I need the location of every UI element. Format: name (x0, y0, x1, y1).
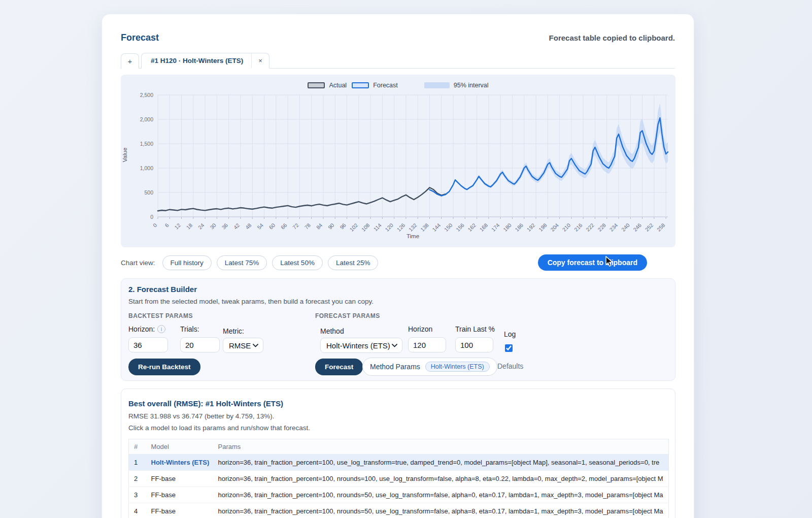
svg-text:54: 54 (256, 222, 264, 231)
axis-tick-labels: 05001,0001,5002,0002,5000612182430364248… (140, 92, 666, 233)
table-header-row: # Model Params (129, 439, 669, 455)
forecast-line-chart: 05001,0001,5002,0002,5000612182430364248… (121, 75, 675, 247)
svg-text:216: 216 (573, 222, 584, 233)
svg-text:108: 108 (360, 222, 371, 233)
info-icon[interactable]: i (157, 325, 165, 333)
svg-text:72: 72 (291, 222, 300, 231)
table-row-ff-base-4[interactable]: 4 FF-base horizon=36, train_fraction_per… (129, 503, 669, 518)
svg-text:30: 30 (209, 222, 217, 231)
svg-text:120: 120 (384, 222, 394, 233)
backtest-params-label: BACKTEST PARAMS (128, 312, 193, 319)
col-params: Params (213, 439, 669, 455)
svg-text:192: 192 (526, 222, 536, 233)
svg-text:168: 168 (478, 222, 489, 233)
results-panel: Best overall (RMSE): #1 Holt-Winters (ET… (121, 388, 675, 518)
method-badge: Holt-Winters (ETS) (425, 362, 490, 372)
page-title: Forecast (121, 33, 159, 43)
table-row-ff-base-3[interactable]: 3 FF-base horizon=36, train_fraction_per… (129, 487, 669, 503)
defaults-link[interactable]: Defaults (497, 362, 523, 370)
svg-text:2,500: 2,500 (140, 92, 153, 98)
clipboard-status-message: Forecast table copied to clipboard. (549, 34, 675, 42)
svg-text:234: 234 (608, 222, 619, 233)
svg-text:180: 180 (502, 222, 513, 233)
models-table: # Model Params 1 Holt-Winters (ETS) hori… (128, 439, 669, 518)
method-label: Method (320, 327, 344, 335)
svg-text:60: 60 (267, 222, 276, 231)
forecast-swatch-icon (352, 82, 369, 88)
forecast-button[interactable]: Forecast (315, 359, 363, 375)
actual-line (158, 187, 446, 211)
svg-text:78: 78 (303, 222, 312, 231)
svg-text:42: 42 (232, 222, 241, 231)
legend-item-actual: Actual (308, 82, 347, 89)
forecast-horizon-input[interactable] (408, 337, 446, 352)
svg-text:0: 0 (150, 214, 153, 220)
tab-forecast-run-1[interactable]: #1 H120 · Holt-Winters (ETS) × (141, 53, 269, 69)
model-link[interactable]: FF-base (146, 471, 213, 487)
table-row-holt-winters[interactable]: 1 Holt-Winters (ETS) horizon=36, train_f… (129, 455, 669, 471)
chart-legend: Actual Forecast 95% interval (121, 82, 675, 89)
svg-text:0: 0 (152, 222, 158, 229)
svg-text:1,000: 1,000 (140, 165, 153, 171)
svg-text:174: 174 (490, 222, 501, 233)
view-latest-25-button[interactable]: Latest 25% (328, 255, 379, 270)
svg-text:156: 156 (455, 222, 465, 233)
backtest-horizon-label: Horizon: i (128, 325, 165, 333)
svg-text:12: 12 (173, 222, 182, 231)
svg-text:6: 6 (163, 222, 170, 229)
svg-text:1,500: 1,500 (140, 141, 153, 147)
actual-swatch-icon (308, 82, 325, 88)
model-link[interactable]: FF-base (146, 487, 213, 503)
svg-text:36: 36 (220, 222, 229, 231)
tab-label: #1 H120 · Holt-Winters (ETS) (142, 57, 251, 64)
view-full-history-button[interactable]: Full history (162, 255, 212, 270)
tab-close-icon[interactable]: × (251, 53, 269, 68)
svg-text:138: 138 (419, 222, 430, 233)
tab-bar: + #1 H120 · Holt-Winters (ETS) × (121, 52, 675, 69)
svg-text:150: 150 (443, 222, 454, 233)
svg-text:48: 48 (244, 222, 253, 231)
train-last-label: Train Last % (455, 325, 495, 333)
method-select[interactable]: Holt-Winters (ETS) (320, 338, 402, 353)
copy-forecast-button[interactable]: Copy forecast to clipboard (538, 254, 647, 271)
chart-view-label: Chart view: (121, 259, 155, 267)
rerun-backtest-button[interactable]: Re-run Backtest (128, 359, 200, 375)
svg-text:186: 186 (514, 222, 524, 233)
forecast-builder-panel: 2. Forecast Builder Start from the selec… (121, 278, 675, 381)
svg-text:500: 500 (144, 189, 153, 196)
view-latest-75-button[interactable]: Latest 75% (217, 255, 267, 270)
col-rank: # (129, 439, 146, 455)
model-link[interactable]: Holt-Winters (ETS) (146, 455, 213, 471)
svg-text:198: 198 (537, 222, 548, 233)
metric-select[interactable]: RMSE (223, 338, 263, 353)
backtest-horizon-input[interactable] (128, 337, 168, 352)
log-checkbox[interactable] (505, 344, 513, 352)
svg-text:2,000: 2,000 (140, 116, 153, 122)
log-label: Log (504, 330, 516, 338)
method-params-button[interactable]: Method Params Holt-Winters (ETS) (362, 358, 497, 376)
svg-text:126: 126 (395, 222, 406, 233)
trials-input[interactable] (180, 337, 220, 352)
model-link[interactable]: FF-base (146, 503, 213, 518)
builder-title: 2. Forecast Builder (128, 285, 197, 294)
svg-text:18: 18 (185, 222, 194, 231)
chevron-down-icon (392, 344, 397, 347)
card-header: Forecast Forecast table copied to clipbo… (121, 33, 675, 43)
table-row-ff-base-2[interactable]: 2 FF-base horizon=36, train_fraction_per… (129, 471, 669, 487)
svg-text:162: 162 (466, 222, 477, 233)
svg-text:240: 240 (620, 222, 631, 233)
trials-label: Trials: (180, 325, 199, 333)
train-last-input[interactable] (455, 337, 493, 352)
svg-text:90: 90 (327, 222, 335, 231)
x-axis-label: Time (158, 233, 668, 239)
results-hint: Click a model to load its params and run… (128, 424, 668, 432)
legend-item-forecast: Forecast (352, 82, 398, 89)
svg-text:252: 252 (644, 222, 654, 233)
forecast-params-label: FORECAST PARAMS (315, 312, 380, 319)
svg-text:144: 144 (431, 222, 442, 233)
svg-text:258: 258 (656, 222, 666, 233)
view-latest-50-button[interactable]: Latest 50% (272, 255, 323, 270)
col-model: Model (146, 439, 213, 455)
add-tab-button[interactable]: + (121, 53, 139, 69)
best-overall-title: Best overall (RMSE): #1 Holt-Winters (ET… (128, 399, 668, 408)
